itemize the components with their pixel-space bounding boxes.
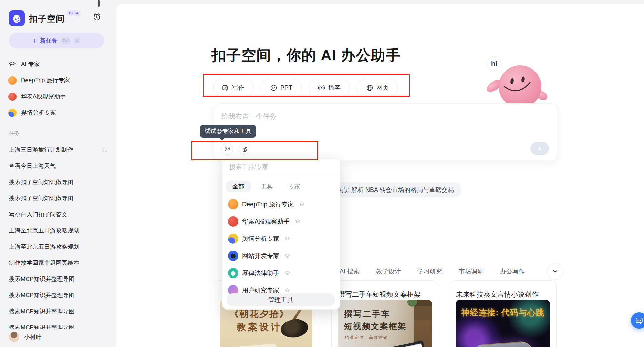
sidebar-scrollbar-thumb[interactable]	[98, 0, 100, 7]
sidebar-item-label: 华泰A股观察助手	[21, 93, 66, 100]
task-item[interactable]: 上海至北京五日游攻略规划	[0, 239, 116, 255]
new-task-button[interactable]: + 新任务 Ctrl K	[9, 33, 104, 48]
sidebar: 扣子空间 BETA + 新任务 Ctrl K	[0, 0, 116, 347]
sidebar-nav: AI 专家 DeepTrip 旅行专家 华泰A股观察助手 舆情分析专家	[0, 56, 116, 121]
globe-icon	[366, 84, 373, 91]
task-item[interactable]: 搜索MCP知识并整理导图	[0, 271, 116, 287]
chat-bubble-icon	[635, 316, 643, 325]
send-button[interactable]	[530, 142, 549, 155]
svg-text:hi: hi	[491, 60, 497, 67]
expert-cap-icon	[284, 236, 290, 242]
sidebar-item-huatai[interactable]: 华泰A股观察助手	[0, 88, 116, 105]
tab-all[interactable]: 全部	[226, 181, 251, 192]
paperclip-icon	[242, 146, 248, 152]
example-card-scifi-novel[interactable]: 未来科技爽文言情小说创作 神经连接: 代码与心跳	[449, 280, 557, 347]
tab-study-research[interactable]: 学习研究	[417, 267, 442, 275]
task-item[interactable]: 搜索扣子空间知识做导图	[0, 190, 116, 206]
skill-webpage-button[interactable]: 网页	[357, 79, 398, 97]
expert-cap-icon	[284, 253, 290, 259]
task-item[interactable]: 搜索MCP知识并整理导图	[0, 287, 116, 303]
tab-experts[interactable]: 专家	[289, 183, 300, 191]
history-clock-icon[interactable]	[92, 13, 101, 22]
list-item-law[interactable]: 幂律法律助手	[222, 264, 340, 282]
expert-cap-icon	[284, 270, 290, 276]
category-tabs: AI 搜索 教学设计 学习研究 市场调研 办公写作	[340, 267, 525, 275]
loading-spinner-icon	[101, 146, 108, 153]
kbd-k: K	[74, 37, 80, 44]
chevron-down-icon	[552, 268, 559, 275]
task-list: 上海三日游旅行计划制作 查看今日上海天气 搜索扣子空间知识做导图 搜索扣子空间知…	[0, 142, 116, 329]
task-item[interactable]: 写小白入门扣子问答文	[0, 206, 116, 223]
huatai-avatar	[8, 93, 17, 101]
open-book-illustration	[221, 343, 278, 347]
sidebar-item-ai-experts[interactable]: AI 专家	[0, 56, 116, 72]
skill-ppt-button[interactable]: P PPT	[261, 79, 302, 97]
beta-badge: BETA	[67, 10, 81, 16]
app-logo-icon	[9, 10, 25, 26]
user-name: 小树叶	[24, 333, 42, 341]
task-input-card[interactable]: 给我布置一个任务 @	[214, 103, 558, 161]
podcast-icon	[318, 84, 325, 91]
task-item[interactable]: 搜索扣子空间知识做导图	[0, 174, 116, 190]
tab-market-research[interactable]: 市场调研	[459, 267, 484, 275]
tab-tools[interactable]: 工具	[261, 183, 273, 191]
new-task-label: 新任务	[40, 37, 58, 45]
plus-icon: +	[33, 37, 37, 44]
task-item[interactable]: 查看今日上海天气	[0, 158, 116, 174]
ppt-icon: P	[270, 84, 277, 91]
deeptrip-avatar	[228, 199, 238, 209]
tool-picker-tabs: 全部 工具 专家	[222, 175, 340, 196]
user-account-row[interactable]: 小树叶	[6, 329, 44, 345]
sidebar-item-sentiment[interactable]: 舆情分析专家	[0, 105, 116, 121]
hot-topic-pill[interactable]: 热点: 解析 NBA 转会市场的格局与重磅交易	[328, 182, 461, 197]
list-item-deeptrip[interactable]: DeepTrip 旅行专家	[222, 196, 340, 213]
huatai-avatar	[228, 216, 238, 227]
hi-speech-bubble: hi	[487, 56, 502, 72]
page-title: 扣子空间，你的 AI 办公助手	[211, 46, 401, 65]
user-avatar	[9, 332, 19, 342]
tab-teaching-design[interactable]: 教学设计	[376, 267, 401, 275]
graduation-cap-icon	[8, 60, 17, 68]
composer-icon-row: @	[221, 143, 250, 155]
tab-office-writing[interactable]: 办公写作	[500, 267, 525, 275]
task-item[interactable]: 搜索MCP知识并整理导图	[0, 319, 116, 329]
expand-categories-button[interactable]	[547, 263, 563, 280]
list-item-sentiment[interactable]: 舆情分析专家	[222, 230, 340, 247]
mascot-illustration: hi	[484, 54, 553, 109]
manage-tools-button[interactable]: 管理工具	[227, 293, 335, 306]
plant-illustration	[406, 300, 418, 307]
task-item[interactable]: 上海至北京五日游攻略规划	[0, 223, 116, 239]
sentiment-avatar	[8, 109, 17, 117]
mention-at-button[interactable]: @	[221, 143, 233, 155]
nebula-swirl	[505, 300, 550, 341]
task-item[interactable]: 搜索MCP知识并整理导图	[0, 303, 116, 319]
expert-cap-icon	[299, 202, 305, 207]
mention-tooltip: 试试@专家和工具	[200, 125, 256, 138]
task-item[interactable]: 上海三日游旅行计划制作	[0, 142, 116, 158]
law-avatar	[228, 268, 238, 278]
card-cover-image: 撰写二手车 短视频文案框架 精准定位，高效营销	[338, 300, 432, 347]
task-input-placeholder: 给我布置一个任务	[221, 112, 277, 121]
example-card-car-video-copy[interactable]: 撰写二手车短视频文案框架 撰写二手车 短视频文案框架 精准定位，高效营销	[331, 280, 438, 347]
skill-writing-button[interactable]: 写作	[213, 79, 254, 97]
list-item-huatai[interactable]: 华泰A股观察助手	[222, 213, 340, 230]
sidebar-item-label: DeepTrip 旅行专家	[21, 76, 70, 84]
task-item[interactable]: 制作放学回家主题网页绘本	[0, 255, 116, 271]
expert-cap-icon	[284, 288, 290, 293]
web-dev-avatar	[228, 251, 238, 261]
tool-search-input[interactable]: 搜索工具/专家	[222, 159, 340, 175]
send-arrow-icon	[537, 146, 543, 151]
tab-ai-search[interactable]: AI 搜索	[340, 267, 360, 275]
attachment-button[interactable]	[239, 143, 250, 155]
sidebar-item-label: AI 专家	[21, 60, 40, 68]
tasks-section-header: 任务	[9, 130, 19, 137]
card-cover-image: 神经连接: 代码与心跳	[456, 300, 550, 347]
list-item-web-dev[interactable]: 网站开发专家	[222, 247, 340, 264]
sidebar-item-label: 舆情分析专家	[21, 109, 56, 117]
tool-picker-dropdown: 搜索工具/专家 全部 工具 专家 DeepTrip 旅行专家 华泰A股观察助手 …	[222, 158, 340, 310]
kbd-ctrl: Ctrl	[61, 37, 71, 44]
skill-podcast-button[interactable]: 播客	[309, 79, 350, 97]
app-window: 扣子空间 BETA + 新任务 Ctrl K	[0, 0, 644, 347]
sidebar-item-deeptrip[interactable]: DeepTrip 旅行专家	[0, 72, 116, 88]
pen-icon	[222, 84, 229, 91]
